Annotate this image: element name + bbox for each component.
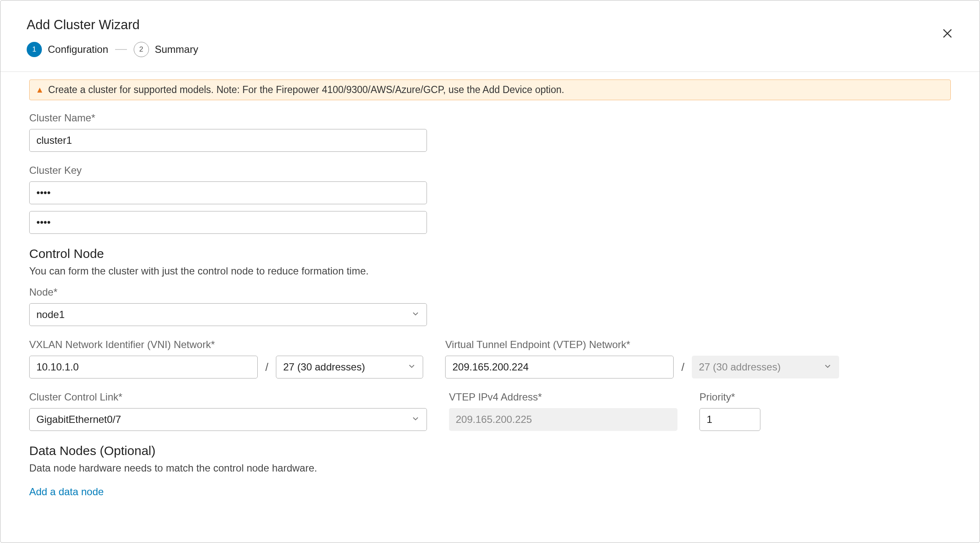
cluster-name-label: Cluster Name* xyxy=(29,112,951,124)
cidr-slash: / xyxy=(265,361,268,374)
vtep-ipv4-input xyxy=(449,408,677,431)
add-data-node-link[interactable]: Add a data node xyxy=(29,486,104,498)
vtep-cidr-select[interactable] xyxy=(692,356,839,378)
wizard-stepper: 1 Configuration 2 Summary xyxy=(27,42,953,57)
priority-label: Priority* xyxy=(699,391,760,403)
close-button[interactable] xyxy=(940,27,955,42)
node-select[interactable] xyxy=(29,303,427,326)
step-label: Summary xyxy=(155,44,198,55)
step-summary[interactable]: 2 Summary xyxy=(134,42,198,57)
cluster-control-link-label: Cluster Control Link* xyxy=(29,391,427,403)
control-node-heading: Control Node xyxy=(29,247,951,261)
vni-ip-input[interactable] xyxy=(29,356,258,378)
cluster-key-confirm-input[interactable] xyxy=(29,211,427,234)
step-label: Configuration xyxy=(48,44,108,55)
warning-icon: ▲ xyxy=(36,85,44,95)
cluster-key-input[interactable] xyxy=(29,181,427,204)
info-alert: ▲ Create a cluster for supported models.… xyxy=(29,80,951,100)
data-nodes-heading: Data Nodes (Optional) xyxy=(29,444,951,458)
vni-network-label: VXLAN Network Identifier (VNI) Network* xyxy=(29,339,423,351)
priority-input[interactable] xyxy=(699,408,760,431)
step-configuration[interactable]: 1 Configuration xyxy=(27,42,108,57)
cidr-slash: / xyxy=(681,361,684,374)
vtep-ipv4-label: VTEP IPv4 Address* xyxy=(449,391,677,403)
alert-text: Create a cluster for supported models. N… xyxy=(48,84,564,96)
cluster-name-input[interactable] xyxy=(29,129,427,152)
close-icon xyxy=(941,27,953,41)
vtep-network-label: Virtual Tunnel Endpoint (VTEP) Network* xyxy=(445,339,839,351)
step-number: 2 xyxy=(134,42,149,57)
step-divider xyxy=(115,49,127,50)
page-title: Add Cluster Wizard xyxy=(27,17,953,33)
control-node-subtext: You can form the cluster with just the c… xyxy=(29,265,951,277)
cluster-control-link-select[interactable] xyxy=(29,408,427,431)
step-number: 1 xyxy=(27,42,42,57)
node-label: Node* xyxy=(29,286,951,298)
vni-cidr-select[interactable] xyxy=(276,356,423,378)
data-nodes-subtext: Data node hardware needs to match the co… xyxy=(29,462,951,474)
cluster-key-label: Cluster Key xyxy=(29,165,951,176)
vtep-ip-input[interactable] xyxy=(445,356,674,378)
